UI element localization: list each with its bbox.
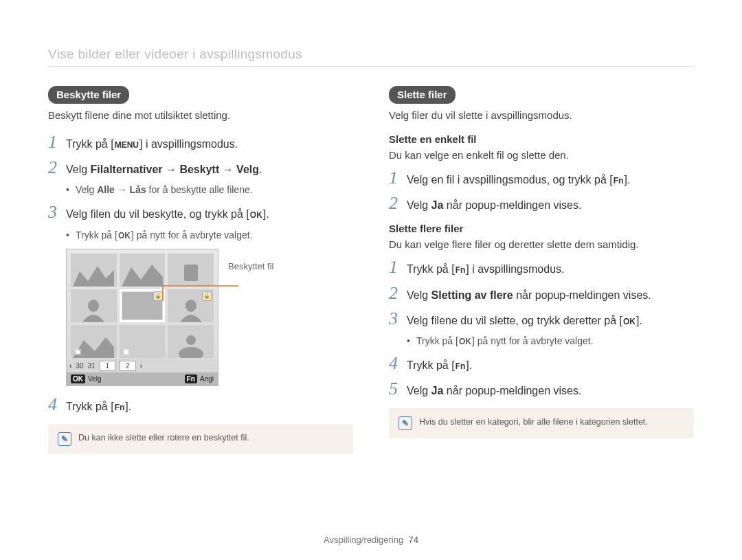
step-number: 3	[48, 203, 66, 221]
lock-icon	[202, 291, 212, 301]
delete-single-steps: 1 Velg en fil i avspillingsmodus, og try…	[389, 169, 694, 213]
thumbnail-grid-screenshot: ▣ ▣ ‹ 30 31 1 2 › OKVelg FnAngi	[66, 249, 218, 386]
section-pill-delete: Slette filer	[389, 86, 456, 104]
fn-action: FnAngi	[185, 375, 214, 383]
date-value: 30	[76, 362, 83, 370]
note-text: Hvis du sletter en kategori, blir alle f…	[419, 416, 648, 429]
step-number: 4	[48, 396, 66, 414]
svg-point-3	[186, 335, 196, 345]
bullet-icon: •	[407, 335, 416, 346]
step-text: Velg filen du vil beskytte, og trykk på …	[66, 206, 353, 222]
bullet-icon: •	[66, 229, 76, 240]
thumb-cell	[71, 289, 117, 322]
protect-step-3-sub: • Trykk på [OK] på nytt for å avbryte va…	[66, 229, 353, 240]
page-title: Vise bilder eller videoer i avspillingsm…	[48, 47, 694, 62]
thumb-cell	[71, 254, 117, 287]
step-text: Velg Sletting av flere når popup-melding…	[407, 287, 694, 303]
protect-step-2-sub: • Velg Alle → Lås for å beskytte alle fi…	[66, 184, 353, 195]
thumb-cell	[168, 289, 214, 322]
step-number: 1	[389, 258, 407, 276]
ok-icon: OK	[249, 210, 263, 221]
page-box: 1	[100, 361, 116, 371]
fn-icon: Fn	[114, 402, 126, 414]
protect-step-1: 1 Trykk på [MENU] i avspillingsmodus.	[48, 133, 353, 152]
ok-icon: OK	[458, 337, 472, 346]
svg-point-2	[186, 300, 196, 312]
menu-icon: MENU	[114, 139, 139, 151]
svg-rect-0	[184, 265, 198, 281]
protect-lead: Beskytt filene dine mot utilsiktet slett…	[48, 109, 353, 121]
delete-single-step-2: 2 Velg Ja når popup-meldingen vises.	[389, 194, 694, 213]
two-column-layout: Beskytte filer Beskytt filene dine mot u…	[48, 86, 694, 454]
step-number: 4	[389, 355, 407, 372]
left-column: Beskytte filer Beskytt filene dine mot u…	[48, 86, 353, 454]
ok-action: OKVelg	[71, 375, 101, 383]
page-box: 2	[120, 361, 136, 371]
step-text: Velg Filalternativer → Beskytt → Velg.	[66, 161, 353, 177]
fn-icon: Fn	[455, 265, 466, 276]
chevron-left-icon: ‹	[69, 362, 71, 370]
chevron-right-icon: ›	[140, 362, 142, 370]
step-number: 2	[389, 194, 407, 212]
bullet-icon: •	[66, 184, 76, 195]
step-number: 2	[48, 159, 66, 177]
thumb-cell: ▣	[120, 325, 166, 358]
date-value: 31	[87, 362, 95, 370]
step-number: 5	[389, 380, 407, 398]
delete-multi-step-4: 4 Trykk på [Fn].	[389, 355, 694, 373]
delete-single-lead: Du kan velge en enkelt fil og slette den…	[389, 149, 694, 161]
delete-note: ✎ Hvis du sletter en kategori, blir alle…	[389, 408, 694, 438]
thumb-cell	[168, 325, 214, 358]
delete-multi-step-1: 1 Trykk på [Fn] i avspillingsmodus.	[389, 258, 694, 277]
screenshot-bottom-bar: OKVelg FnAngi	[67, 372, 218, 385]
video-badge-icon: ▣	[74, 348, 82, 356]
delete-multi-steps: 1 Trykk på [Fn] i avspillingsmodus. 2 Ve…	[389, 258, 694, 399]
fn-icon: Fn	[455, 361, 466, 372]
page-footer: Avspilling/redigering 74	[0, 535, 742, 545]
thumb-cell: ▣	[71, 325, 117, 358]
step-number: 1	[389, 169, 407, 187]
thumbnail-grid: ▣ ▣	[67, 249, 218, 359]
step-text: Trykk på [MENU] i avspillingsmodus.	[66, 136, 353, 152]
thumb-cell	[168, 254, 214, 287]
step-number: 3	[389, 310, 407, 328]
title-rule	[48, 66, 694, 67]
ok-icon: OK	[117, 231, 131, 240]
delete-lead: Velg filer du vil slette i avspillingsmo…	[389, 109, 694, 121]
protect-step-4: 4 Trykk på [Fn].	[48, 396, 353, 414]
video-badge-icon: ▣	[122, 348, 131, 356]
delete-single-step-1: 1 Velg en fil i avspillingsmodus, og try…	[389, 169, 694, 188]
step-text: Velg en fil i avspillingsmodus, og trykk…	[407, 172, 694, 188]
delete-multi-step-3: 3 Velg filene du vil slette, og trykk de…	[389, 310, 694, 328]
delete-multi-heading: Slette flere filer	[389, 223, 694, 234]
info-icon: ✎	[58, 432, 71, 446]
step-text: Velg Ja når popup-meldingen vises.	[407, 197, 694, 213]
delete-multi-step-2: 2 Velg Sletting av flere når popup-meldi…	[389, 284, 694, 303]
thumb-cell-selected	[120, 289, 166, 322]
note-text: Du kan ikke slette eller rotere en besky…	[78, 432, 249, 445]
protect-note: ✎ Du kan ikke slette eller rotere en bes…	[48, 424, 353, 454]
ok-icon: OK	[622, 316, 636, 328]
lock-icon	[153, 291, 163, 301]
protect-step-3: 3 Velg filen du vil beskytte, og trykk p…	[48, 203, 353, 222]
step-text: Velg Ja når popup-meldingen vises.	[407, 383, 694, 399]
fn-icon: Fn	[613, 175, 625, 187]
protect-step-2: 2 Velg Filalternativer → Beskytt → Velg.	[48, 159, 353, 177]
thumb-cell	[120, 254, 166, 287]
delete-multi-step-5: 5 Velg Ja når popup-meldingen vises.	[389, 380, 694, 399]
step-number: 1	[48, 133, 66, 151]
date-pager: ‹ 30 31 1 2 ›	[67, 359, 218, 372]
protect-steps: 1 Trykk på [MENU] i avspillingsmodus. 2 …	[48, 133, 353, 240]
delete-single-heading: Slette en enkelt fil	[389, 133, 694, 145]
callout-label: Beskyttet fil	[228, 261, 273, 271]
step-text: Velg filene du vil slette, og trykk dere…	[407, 313, 694, 328]
protect-steps-cont: 4 Trykk på [Fn].	[48, 396, 353, 414]
footer-section: Avspilling/redigering	[324, 535, 403, 545]
section-pill-protect: Beskytte filer	[48, 86, 129, 104]
protect-screenshot: ▣ ▣ ‹ 30 31 1 2 › OKVelg FnAngi	[66, 249, 353, 386]
step-text: Trykk på [Fn].	[66, 399, 353, 414]
step-text: Trykk på [Fn].	[407, 357, 694, 373]
step-text: Trykk på [Fn] i avspillingsmodus.	[407, 261, 694, 277]
right-column: Slette filer Velg filer du vil slette i …	[389, 86, 694, 454]
info-icon: ✎	[398, 416, 412, 430]
